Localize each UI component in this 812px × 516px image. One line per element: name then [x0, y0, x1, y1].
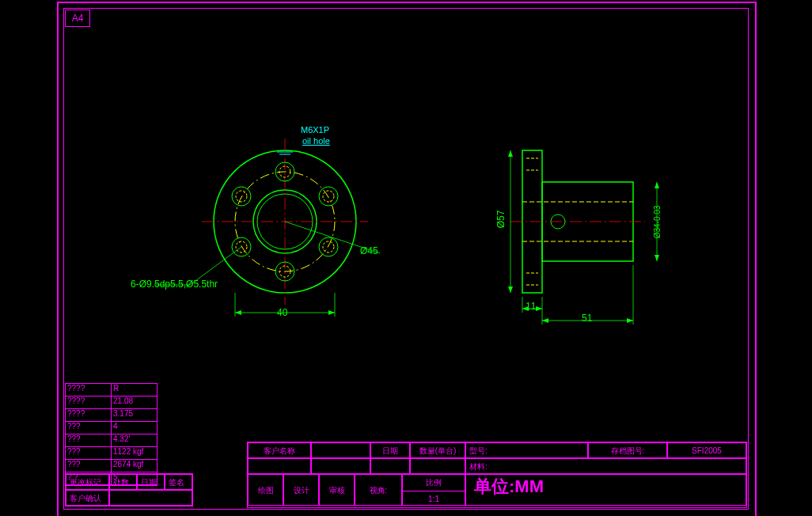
dim40-label: 40: [277, 307, 287, 318]
change-table: 更改标记 处数 日期 签名 客户确认: [65, 473, 193, 507]
svg-point-8: [319, 187, 338, 206]
svg-marker-46: [536, 306, 542, 311]
svg-point-9: [323, 191, 334, 202]
dia45-label: Ø45: [360, 245, 378, 256]
thread-label: M6X1P: [301, 125, 329, 135]
svg-marker-23: [235, 310, 241, 315]
svg-marker-49: [508, 286, 513, 293]
side-view: [467, 111, 720, 364]
hole-callout: 6-Ø9.5dp5.5,Ø5.5thr: [131, 279, 218, 290]
dim11-label: 11: [526, 301, 536, 312]
dia34-label: Ø34-0.03: [653, 206, 662, 239]
oilhole-label: oil hole: [302, 136, 330, 146]
dia57-label: Ø57: [495, 211, 507, 229]
front-view: [150, 87, 467, 404]
a4-label: A4: [65, 9, 90, 27]
svg-marker-52: [655, 255, 659, 261]
svg-point-16: [232, 187, 251, 206]
svg-point-10: [319, 237, 338, 256]
title-block: 客户名称 日期 数量(单台) 型号: 存档图号: SFI2005 材料: 绘图 …: [247, 442, 747, 508]
dim51-label: 51: [582, 313, 592, 324]
unit-label: 单位:MM: [474, 479, 544, 495]
svg-point-17: [236, 191, 247, 202]
svg-marker-48: [508, 150, 513, 157]
svg-point-11: [323, 241, 334, 252]
svg-marker-24: [328, 310, 335, 315]
param-table: ????R ????21.08 ????3.175 ???4 ???4.32' …: [65, 383, 157, 486]
svg-marker-51: [655, 182, 659, 188]
svg-marker-42: [627, 318, 633, 323]
svg-marker-41: [542, 318, 548, 323]
